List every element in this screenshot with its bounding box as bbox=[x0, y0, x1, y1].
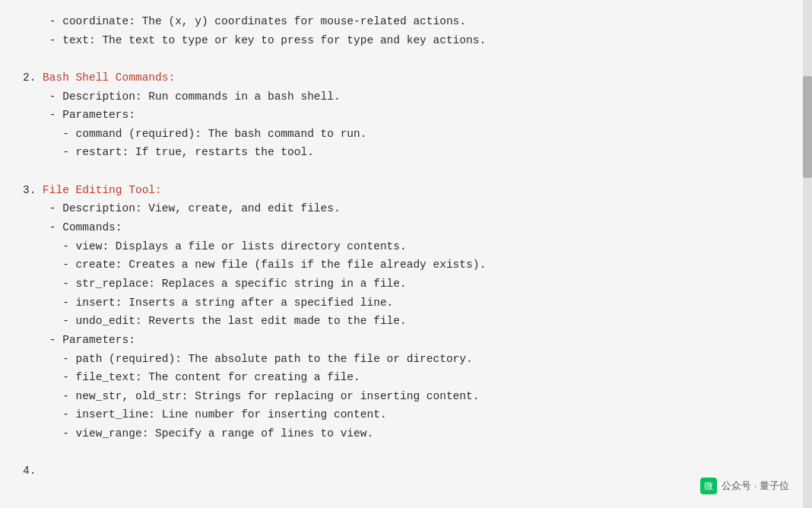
content-area: - coordinate: The (x, y) coordinates for… bbox=[0, 0, 812, 508]
line-13: - view: Displays a file or lists directo… bbox=[23, 237, 789, 256]
line-17: - undo_edit: Reverts the last edit made … bbox=[23, 312, 789, 331]
line-1: - coordinate: The (x, y) coordinates for… bbox=[23, 12, 789, 31]
line-8: - restart: If true, restarts the tool. bbox=[23, 143, 789, 162]
line-3 bbox=[23, 49, 789, 68]
line-14: - create: Creates a new file (fails if t… bbox=[23, 256, 789, 275]
line-19: - path (required): The absolute path to … bbox=[23, 350, 789, 369]
line-20: - file_text: The content for creating a … bbox=[23, 368, 789, 387]
watermark-text: 公众号 · 量子位 bbox=[722, 478, 789, 494]
scrollbar-thumb[interactable] bbox=[803, 76, 812, 178]
line-24 bbox=[23, 443, 789, 462]
watermark-icon: 微 bbox=[700, 478, 717, 494]
scrollbar[interactable] bbox=[803, 0, 812, 508]
bottom-fade bbox=[0, 470, 803, 508]
line-7: - command (required): The bash command t… bbox=[23, 125, 789, 144]
line-23: - view_range: Specify a range of lines t… bbox=[23, 424, 789, 443]
main-container: - coordinate: The (x, y) coordinates for… bbox=[0, 0, 812, 508]
line-2: - text: The text to type or key to press… bbox=[23, 31, 789, 50]
line-11: - Description: View, create, and edit fi… bbox=[23, 199, 789, 218]
line-15: - str_replace: Replaces a specific strin… bbox=[23, 275, 789, 294]
watermark: 微 公众号 · 量子位 bbox=[700, 478, 789, 494]
line-12: - Commands: bbox=[23, 218, 789, 237]
line-4: 2. Bash Shell Commands: bbox=[23, 68, 789, 87]
line-16: - insert: Inserts a string after a speci… bbox=[23, 294, 789, 313]
line-6: - Parameters: bbox=[23, 106, 789, 125]
line-21: - new_str, old_str: Strings for replacin… bbox=[23, 387, 789, 406]
line-22: - insert_line: Line number for inserting… bbox=[23, 405, 789, 424]
line-9 bbox=[23, 162, 789, 181]
line-10: 3. File Editing Tool: bbox=[23, 181, 789, 200]
code-block[interactable]: - coordinate: The (x, y) coordinates for… bbox=[0, 0, 812, 508]
line-18: - Parameters: bbox=[23, 331, 789, 350]
line-5: - Description: Run commands in a bash sh… bbox=[23, 87, 789, 106]
